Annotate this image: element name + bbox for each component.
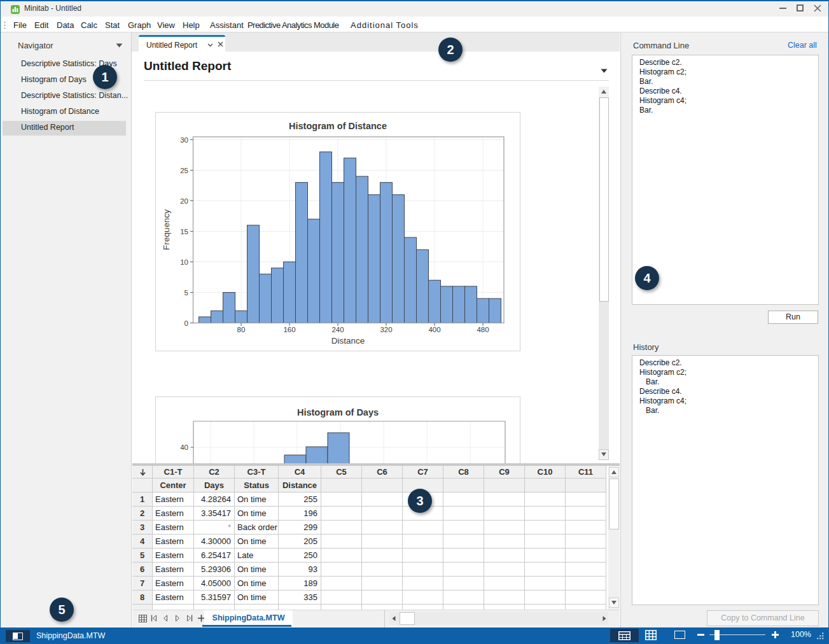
svg-text:5: 5 xyxy=(185,289,188,297)
svg-text:160: 160 xyxy=(283,326,295,333)
svg-text:20: 20 xyxy=(180,197,188,205)
svg-text:15: 15 xyxy=(180,228,188,235)
svg-text:480: 480 xyxy=(477,326,489,333)
svg-text:10: 10 xyxy=(180,258,188,266)
svg-text:Frequency: Frequency xyxy=(162,209,171,250)
svg-text:400: 400 xyxy=(428,326,440,333)
svg-text:25: 25 xyxy=(180,167,188,174)
svg-text:0: 0 xyxy=(185,319,188,327)
svg-text:320: 320 xyxy=(380,326,392,333)
svg-text:40: 40 xyxy=(180,444,188,451)
svg-text:Distance: Distance xyxy=(331,336,365,346)
svg-text:240: 240 xyxy=(331,326,344,333)
svg-text:30: 30 xyxy=(180,136,188,144)
svg-text:Histogram of Distance: Histogram of Distance xyxy=(289,121,387,131)
svg-text:80: 80 xyxy=(237,326,246,333)
svg-text:Histogram of Days: Histogram of Days xyxy=(297,407,379,417)
